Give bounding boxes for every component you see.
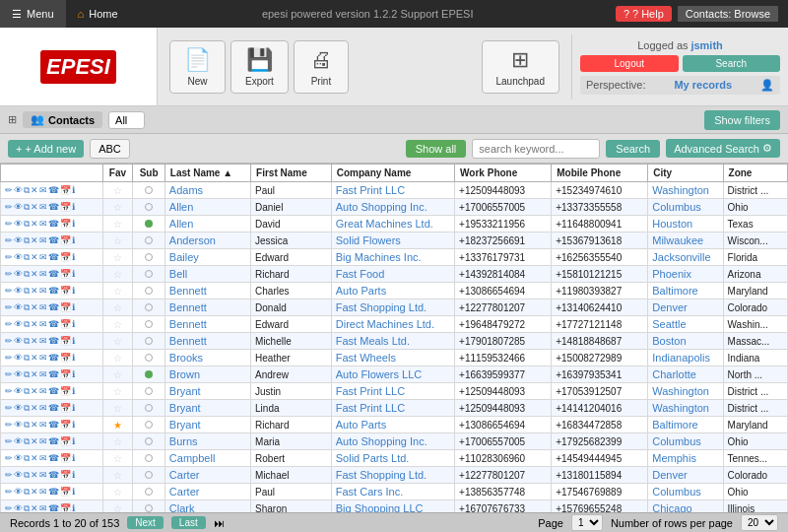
next-button[interactable]: Next <box>127 516 164 529</box>
copy-icon[interactable]: ⧉ <box>24 353 30 364</box>
row-last-name[interactable]: Bennett <box>164 333 250 350</box>
row-last-name[interactable]: Clark <box>164 500 250 513</box>
edit-icon[interactable]: ✏ <box>5 302 13 312</box>
info-icon[interactable]: ℹ <box>72 219 75 229</box>
email-icon[interactable]: ✉ <box>39 470 47 480</box>
info-icon[interactable]: ℹ <box>72 185 75 195</box>
row-city[interactable]: Denver <box>648 467 723 484</box>
email-icon[interactable]: ✉ <box>39 219 47 229</box>
copy-icon[interactable]: ⧉ <box>24 252 30 263</box>
export-button[interactable]: 💾 Export <box>230 40 289 94</box>
row-fav[interactable]: ☆ <box>102 333 133 350</box>
email-icon[interactable]: ✉ <box>39 319 47 329</box>
row-city[interactable]: Boston <box>648 333 723 350</box>
phone-icon[interactable]: ☎ <box>48 219 59 229</box>
row-city[interactable]: Houston <box>648 216 723 233</box>
show-all-button[interactable]: Show all <box>406 140 467 158</box>
view-icon[interactable]: 👁 <box>14 302 23 312</box>
row-company[interactable]: Big Machines Inc. <box>331 249 454 266</box>
help-button[interactable]: ? ? Help <box>616 6 672 22</box>
new-button[interactable]: 📄 New <box>169 40 226 94</box>
row-company[interactable]: Fast Print LLC <box>331 383 454 400</box>
launchpad-button[interactable]: ⊞ Launchpad <box>482 40 560 94</box>
row-city[interactable]: Baltimore <box>648 283 723 299</box>
row-fav[interactable]: ☆ <box>102 316 133 333</box>
delete-icon[interactable]: ✕ <box>31 185 38 195</box>
col-header-city[interactable]: City <box>648 165 723 182</box>
search-top-button[interactable]: Search <box>683 55 781 72</box>
search-input[interactable] <box>472 139 600 159</box>
delete-icon[interactable]: ✕ <box>31 503 38 512</box>
calendar-icon[interactable]: 📅 <box>60 386 71 396</box>
row-company[interactable]: Big Shopping LLC <box>331 500 454 513</box>
row-city[interactable]: Memphis <box>648 450 723 467</box>
row-company[interactable]: Fast Print LLC <box>331 182 454 199</box>
row-city[interactable]: Chicago <box>648 500 723 513</box>
star-icon[interactable]: ☆ <box>113 336 122 347</box>
delete-icon[interactable]: ✕ <box>31 252 38 262</box>
email-icon[interactable]: ✉ <box>39 436 47 446</box>
row-fav[interactable]: ☆ <box>102 450 133 467</box>
edit-icon[interactable]: ✏ <box>5 353 13 363</box>
star-icon[interactable]: ☆ <box>113 353 122 364</box>
row-last-name[interactable]: Bennett <box>164 283 250 299</box>
last-button[interactable]: Last <box>171 516 206 529</box>
star-icon[interactable]: ☆ <box>113 319 122 330</box>
star-icon[interactable]: ☆ <box>113 219 122 230</box>
row-fav[interactable]: ☆ <box>102 299 133 316</box>
view-icon[interactable]: 👁 <box>14 269 23 279</box>
row-fav[interactable]: ☆ <box>102 216 133 233</box>
row-last-name[interactable]: Burns <box>164 433 250 450</box>
row-company[interactable]: Fast Shopping Ltd. <box>331 299 454 316</box>
delete-icon[interactable]: ✕ <box>31 319 38 329</box>
row-fav[interactable]: ☆ <box>102 467 133 484</box>
view-icon[interactable]: 👁 <box>14 219 23 229</box>
copy-icon[interactable]: ⧉ <box>24 269 30 280</box>
edit-icon[interactable]: ✏ <box>5 185 13 195</box>
email-icon[interactable]: ✉ <box>39 503 47 512</box>
row-company[interactable]: Fast Print LLC <box>331 400 454 417</box>
row-fav[interactable]: ☆ <box>102 383 133 400</box>
copy-icon[interactable]: ⧉ <box>24 487 30 498</box>
copy-icon[interactable]: ⧉ <box>24 503 30 513</box>
row-fav[interactable]: ☆ <box>102 283 133 299</box>
calendar-icon[interactable]: 📅 <box>60 436 71 446</box>
star-icon[interactable]: ☆ <box>113 436 122 447</box>
copy-icon[interactable]: ⧉ <box>24 403 30 414</box>
delete-icon[interactable]: ✕ <box>31 420 38 430</box>
row-city[interactable]: Seattle <box>648 316 723 333</box>
delete-icon[interactable]: ✕ <box>31 235 38 245</box>
star-icon[interactable]: ☆ <box>113 185 122 196</box>
phone-icon[interactable]: ☎ <box>48 386 59 396</box>
row-last-name[interactable]: Carter <box>164 467 250 484</box>
email-icon[interactable]: ✉ <box>39 386 47 396</box>
row-company[interactable]: Fast Wheels <box>331 350 454 366</box>
phone-icon[interactable]: ☎ <box>48 336 59 346</box>
info-icon[interactable]: ℹ <box>72 503 75 512</box>
calendar-icon[interactable]: 📅 <box>60 453 71 463</box>
row-fav[interactable]: ★ <box>102 417 133 433</box>
row-city[interactable]: Columbus <box>648 433 723 450</box>
calendar-icon[interactable]: 📅 <box>60 286 71 296</box>
copy-icon[interactable]: ⧉ <box>24 235 30 246</box>
star-icon[interactable]: ☆ <box>113 252 122 263</box>
info-icon[interactable]: ℹ <box>72 202 75 212</box>
delete-icon[interactable]: ✕ <box>31 403 38 413</box>
info-icon[interactable]: ℹ <box>72 336 75 346</box>
edit-icon[interactable]: ✏ <box>5 453 13 463</box>
edit-icon[interactable]: ✏ <box>5 470 13 480</box>
info-icon[interactable]: ℹ <box>72 470 75 480</box>
info-icon[interactable]: ℹ <box>72 286 75 296</box>
col-header-fav[interactable]: Fav <box>102 165 133 182</box>
star-icon[interactable]: ☆ <box>113 487 122 498</box>
row-fav[interactable]: ☆ <box>102 400 133 417</box>
row-company[interactable]: Solid Parts Ltd. <box>331 450 454 467</box>
email-icon[interactable]: ✉ <box>39 453 47 463</box>
calendar-icon[interactable]: 📅 <box>60 369 71 379</box>
row-company[interactable]: Fast Meals Ltd. <box>331 333 454 350</box>
star-icon[interactable]: ☆ <box>113 302 122 313</box>
delete-icon[interactable]: ✕ <box>31 286 38 296</box>
edit-icon[interactable]: ✏ <box>5 319 13 329</box>
phone-icon[interactable]: ☎ <box>48 269 59 279</box>
show-filters-button[interactable]: Show filters <box>704 110 780 130</box>
